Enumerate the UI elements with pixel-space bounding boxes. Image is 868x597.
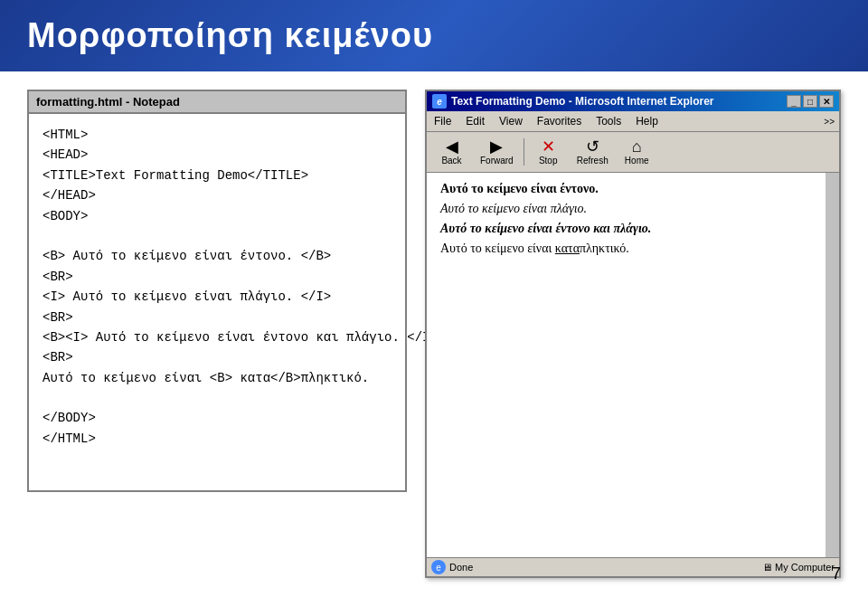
- code-line-7: <B> Αυτό το κείμενο είναι έντονο. </B>: [42, 246, 392, 266]
- ie-line-1: Αυτό το κείμενο είναι έντονο.: [440, 182, 812, 196]
- ie-back-button[interactable]: ◀ Back: [431, 135, 472, 169]
- ie-refresh-button[interactable]: ↺ Refresh: [571, 135, 615, 169]
- ie-menu-edit[interactable]: Edit: [458, 113, 492, 129]
- ie-title-text: Text Formatting Demo - Microsoft Interne…: [451, 95, 713, 108]
- ie-computer-text: My Computer: [775, 562, 835, 573]
- ie-close-button[interactable]: ✕: [819, 95, 834, 108]
- code-line-6: [42, 226, 392, 246]
- code-line-1: <HTML>: [42, 125, 392, 145]
- forward-label: Forward: [480, 156, 514, 166]
- ie-line-4-underline: κατα: [555, 242, 580, 255]
- back-label: Back: [441, 156, 461, 166]
- notepad-titlebar: formatting.html - Notepad: [27, 90, 407, 112]
- ie-links-button[interactable]: >>: [819, 115, 839, 128]
- ie-toolbar: ◀ Back ▶ Forward ✕ Stop ↺ Refresh: [427, 132, 839, 173]
- ie-status-done: e Done: [431, 560, 473, 574]
- ie-line-4-prefix: Αυτό το κείμενο είναι: [440, 242, 555, 255]
- slide-title: Μορφοποίηση κειμένου: [27, 16, 841, 55]
- code-line-12: <BR>: [42, 347, 392, 367]
- ie-line-2: Αυτό το κείμενο είναι πλάγιο.: [440, 202, 812, 216]
- ie-line-2-text: Αυτό το κείμενο είναι πλάγιο.: [440, 202, 587, 215]
- ie-menubar: File Edit View Favorites Tools Help >>: [427, 111, 839, 132]
- ie-status-logo-icon: e: [431, 560, 446, 574]
- slide-title-bar: Μορφοποίηση κειμένου: [0, 0, 868, 71]
- ie-maximize-button[interactable]: □: [803, 95, 817, 108]
- refresh-icon: ↺: [586, 138, 599, 155]
- ie-menu-file[interactable]: File: [427, 113, 458, 129]
- ie-line-3: Αυτό το κείμενο είναι έντονο και πλάγιο.: [440, 222, 812, 236]
- ie-status-computer: 🖥 My Computer: [762, 562, 835, 573]
- code-line-16: </HTML>: [42, 429, 392, 449]
- code-line-9: <I> Αυτό το κείμενο είναι πλάγιο. </I>: [42, 287, 392, 307]
- computer-icon: 🖥: [762, 562, 772, 573]
- ie-status-text: Done: [449, 562, 473, 573]
- home-label: Home: [625, 156, 649, 166]
- notepad-panel: formatting.html - Notepad <HTML> <HEAD> …: [27, 90, 407, 578]
- home-icon: ⌂: [632, 138, 642, 155]
- ie-menu-view[interactable]: View: [492, 113, 530, 129]
- ie-panel: e Text Formatting Demo - Microsoft Inter…: [425, 90, 841, 578]
- ie-titlebar: e Text Formatting Demo - Microsoft Inter…: [427, 91, 839, 111]
- ie-forward-button[interactable]: ▶ Forward: [474, 135, 520, 169]
- refresh-label: Refresh: [577, 156, 609, 166]
- forward-icon: ▶: [490, 138, 503, 155]
- ie-home-button[interactable]: ⌂ Home: [617, 135, 657, 169]
- ie-stop-button[interactable]: ✕ Stop: [528, 135, 569, 169]
- code-line-3: <TITLE>Text Formatting Demo</TITLE>: [42, 166, 392, 185]
- code-line-5: <BODY>: [42, 206, 392, 226]
- ie-statusbar: e Done 🖥 My Computer: [427, 557, 839, 576]
- code-line-15: </BODY>: [42, 408, 392, 428]
- toolbar-separator: [524, 138, 524, 166]
- ie-content: Αυτό το κείμενο είναι έντονο. Αυτό το κε…: [427, 173, 839, 557]
- code-line-2: <HEAD>: [42, 145, 392, 165]
- ie-titlebar-left: e Text Formatting Demo - Microsoft Inter…: [432, 94, 713, 109]
- code-line-10: <BR>: [42, 308, 392, 327]
- ie-line-3-text: Αυτό το κείμενο είναι έντονο και πλάγιο.: [440, 222, 651, 235]
- notepad-content: <HTML> <HEAD> <TITLE>Text Formatting Dem…: [27, 112, 407, 492]
- ie-menu-favorites[interactable]: Favorites: [530, 113, 589, 129]
- ie-menu-help[interactable]: Help: [628, 113, 665, 129]
- code-line-14: [42, 388, 392, 408]
- ie-line-4-suffix: πληκτικό.: [580, 242, 629, 255]
- back-icon: ◀: [446, 138, 458, 155]
- code-line-8: <BR>: [42, 267, 392, 287]
- ie-minimize-button[interactable]: _: [787, 95, 801, 108]
- ie-line-1-text: Αυτό το κείμενο είναι έντονο.: [440, 182, 599, 195]
- ie-logo-icon: e: [432, 94, 447, 109]
- code-line-13: Αυτό το κείμενο είναι <B> κατα</B>πληκτι…: [42, 368, 392, 388]
- slide: Μορφοποίηση κειμένου formatting.html - N…: [0, 0, 868, 597]
- ie-window: e Text Formatting Demo - Microsoft Inter…: [425, 90, 841, 578]
- ie-toolbar-end: >>: [819, 115, 839, 128]
- page-number: 7: [832, 564, 841, 583]
- code-line-4: </HEAD>: [42, 185, 392, 205]
- ie-controls[interactable]: _ □ ✕: [787, 95, 834, 108]
- stop-label: Stop: [539, 156, 558, 166]
- ie-menu-tools[interactable]: Tools: [589, 113, 628, 129]
- content-area: formatting.html - Notepad <HTML> <HEAD> …: [0, 71, 868, 596]
- code-line-11: <B><I> Αυτό το κείμενο είναι έντονο και …: [42, 327, 392, 347]
- stop-icon: ✕: [542, 138, 555, 155]
- ie-line-4: Αυτό το κείμενο είναι καταπληκτικό.: [440, 242, 812, 256]
